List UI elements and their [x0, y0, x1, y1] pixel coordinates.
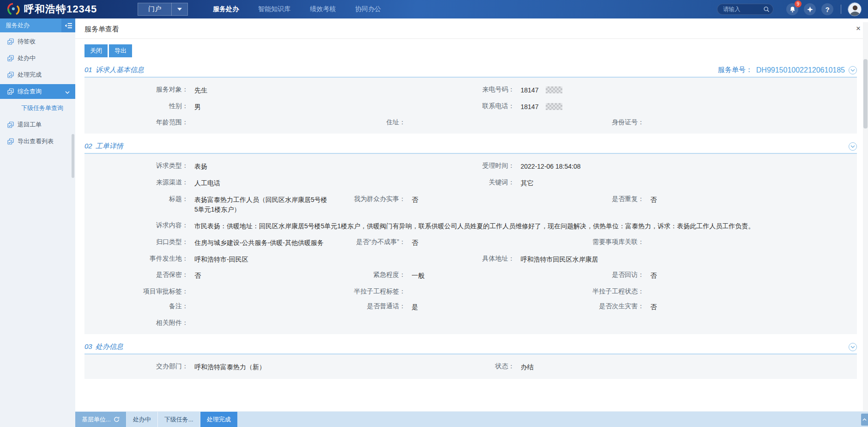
app-title: 呼和浩特12345: [24, 2, 97, 16]
field-cell: 是否重复：否: [575, 192, 857, 218]
field-value: 市民表扬：供暖地址：回民区水岸康居5号楼5单元1楼东户，供暖阀门有异响，联系供暖…: [194, 221, 754, 232]
field-value: 表扬富泰热力工作人员（回民区水岸康居5号楼5单元1楼东户）: [194, 195, 329, 215]
sidebar-scrollbar-thumb[interactable]: [72, 134, 74, 178]
tab-in-progress[interactable]: 处办中: [127, 412, 158, 427]
field-label: 我为群众办实事：: [343, 195, 405, 203]
sidebar-item-comprehensive-query[interactable]: 综合查询: [0, 84, 75, 99]
field-cell: 是否回访：否: [575, 268, 857, 284]
field-value: 其它: [521, 178, 534, 189]
portal-dropdown-toggle[interactable]: [172, 8, 187, 11]
portal-menu-button[interactable]: 门户: [138, 3, 188, 16]
sidebar-item-label: 导出查看列表: [18, 137, 54, 146]
field-cell: 关键词：其它: [471, 175, 857, 192]
masked-value: [546, 103, 562, 110]
sidebar-item-subordinate-task-query[interactable]: 下级任务单查询: [0, 101, 75, 116]
top-nav-menu: 服务处办 智能知识库 绩效考核 协同办公: [213, 5, 381, 13]
user-avatar[interactable]: [848, 2, 862, 16]
section-header-handling-info: 03处办信息: [84, 342, 857, 354]
field-row: 服务对象：先生来电号码：18147: [84, 82, 857, 99]
tab-label: 基层单位...: [82, 415, 111, 424]
field-row: 标题：表扬富泰热力工作人员（回民区水岸康居5号楼5单元1楼东户）我为群众办实事：…: [84, 192, 857, 218]
field-value: 否: [411, 238, 418, 248]
compass-icon: [807, 6, 814, 13]
nav-service-handling[interactable]: 服务处办: [213, 5, 239, 13]
tab-subordinate-tasks[interactable]: 下级任务...: [158, 412, 200, 427]
field-value: 一般: [411, 271, 424, 281]
document-icon: [7, 38, 14, 45]
field-row: 交办部门：呼和浩特富泰热力（新）状态：办结: [84, 359, 857, 376]
sidebar-item-label: 下级任务单查询: [21, 104, 63, 112]
close-icon[interactable]: ×: [856, 24, 861, 32]
sidebar-item-returned-orders[interactable]: 退回工单: [0, 117, 75, 132]
section-collapse-button[interactable]: [849, 66, 857, 74]
field-label: 具体地址：: [471, 255, 515, 263]
tab-label: 处理完成: [207, 415, 231, 424]
chevron-down-icon: [850, 145, 855, 148]
sidebar-item-label: 综合查询: [18, 87, 42, 96]
help-button[interactable]: ?: [821, 3, 833, 15]
section-collapse-button[interactable]: [849, 142, 857, 151]
order-number-value: DH9915010022120610185: [756, 66, 845, 74]
export-button[interactable]: 导出: [109, 44, 132, 57]
basic-info-panel: 服务对象：先生来电号码：18147性别：男联系电话：18147年龄范围：住址：身…: [84, 78, 857, 134]
nav-knowledge-base[interactable]: 智能知识库: [258, 5, 290, 13]
sidebar-collapse-button[interactable]: [61, 18, 75, 32]
order-number-area: 服务单号： DH9915010022120610185: [718, 66, 857, 74]
field-value: 2022-12-06 18:54:08: [521, 162, 581, 172]
field-value: 呼和浩特富泰热力（新）: [194, 362, 265, 372]
sidebar-item-completed[interactable]: 处理完成: [0, 67, 75, 82]
search-icon[interactable]: [763, 6, 770, 12]
field-label: 交办部门：: [84, 362, 188, 371]
notification-count-badge: 9: [795, 0, 802, 7]
field-label: 事件发生地：: [84, 255, 188, 263]
section-collapse-button[interactable]: [849, 343, 857, 351]
field-label: 受理时间：: [471, 162, 515, 170]
field-label: 项目审批标签：: [84, 287, 188, 296]
logo-emblem-icon: [6, 1, 20, 18]
tab-completed[interactable]: 处理完成: [200, 412, 238, 427]
field-cell: 需要事项库关联：: [575, 235, 857, 251]
section-header-basic-info: 01诉求人基本信息 服务单号： DH9915010022120610185: [84, 66, 857, 78]
document-icon: [7, 72, 14, 78]
handling-info-panel: 交办部门：呼和浩特富泰热力（新）状态：办结: [84, 354, 857, 379]
field-label: 紧急程度：: [343, 271, 405, 279]
order-number-label: 服务单号：: [718, 66, 753, 74]
section-title: 03处办信息: [84, 342, 123, 351]
notifications-button[interactable]: 9: [786, 3, 798, 15]
field-cell: 具体地址：呼和浩特市回民区水岸康居: [471, 251, 857, 268]
app-logo: 呼和浩特12345: [6, 1, 97, 18]
field-label: 半拉子工程状态：: [575, 287, 644, 296]
field-row: 项目审批标签：半拉子工程标签：半拉子工程状态：: [84, 284, 857, 299]
section-title-text: 工单详情: [96, 142, 123, 150]
field-row: 备注：是否普通话：是是否次生灾害：否: [84, 299, 857, 316]
close-button[interactable]: 关闭: [84, 44, 108, 57]
field-cell: 住址：: [343, 115, 575, 130]
sidebar-item-in-progress[interactable]: 处办中: [0, 51, 75, 66]
sidebar-item-export-view-list[interactable]: 导出查看列表: [0, 134, 75, 149]
toolbar: 关闭 导出: [84, 44, 868, 57]
field-label: 来电号码：: [471, 85, 515, 94]
field-value: 否: [411, 195, 418, 205]
field-cell: 性别：男: [84, 99, 471, 116]
field-cell: 服务对象：先生: [84, 82, 471, 99]
field-label: 是否次生灾害：: [575, 302, 644, 311]
scrollbar-thumb[interactable]: [863, 59, 868, 128]
topbar-divider: [841, 5, 841, 14]
sidebar-item-pending-sign[interactable]: 待签收: [0, 34, 75, 49]
page-title-bar: 服务单查看 ×: [75, 18, 868, 39]
section-number: 02: [84, 142, 92, 150]
section-number: 01: [84, 66, 92, 73]
field-label: 归口类型：: [84, 238, 188, 246]
chevron-down-icon: [65, 88, 70, 95]
scroll-to-top-button[interactable]: [861, 414, 868, 426]
field-value: 住房与城乡建设-公共服务-供暖-其他供暖服务: [194, 238, 324, 248]
section-title-text: 诉求人基本信息: [96, 66, 144, 73]
document-icon: [7, 122, 14, 128]
nav-collaboration[interactable]: 协同办公: [355, 5, 381, 13]
nav-performance-review[interactable]: 绩效考核: [310, 5, 336, 13]
navigation-compass-button[interactable]: [804, 3, 816, 15]
vertical-scrollbar[interactable]: [863, 22, 868, 411]
tab-grassroots-unit[interactable]: 基层单位...: [75, 412, 127, 427]
sidebar-header: 服务处办: [0, 18, 75, 32]
sidebar: 服务处办 待签收 处办中 处理完成 综合查询 下级任务单查询 退回工单: [0, 18, 75, 427]
